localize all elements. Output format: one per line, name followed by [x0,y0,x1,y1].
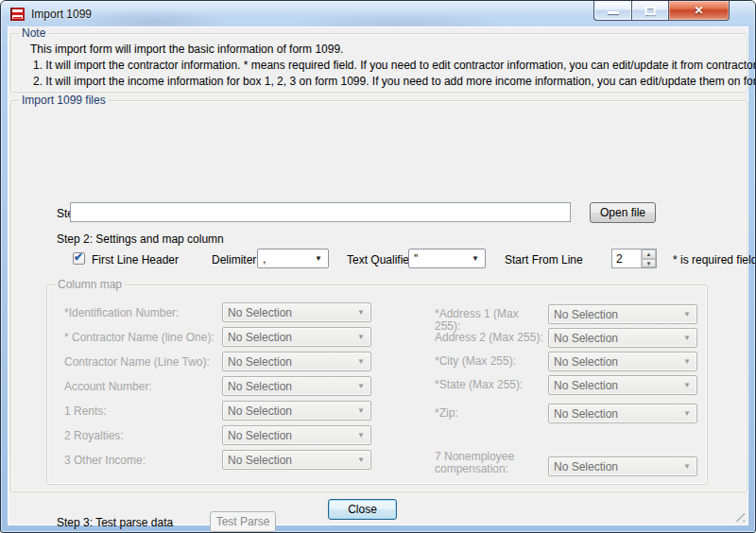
delimiter-select[interactable]: , ▼ [257,249,329,268]
column-map-row: Contractor Name (Line Two): No Selection… [47,352,707,371]
close-window-button[interactable]: ✕ [669,1,730,21]
zip-select: No Selection ▼ [548,404,697,423]
field-label: * Contractor Name (line One): [64,331,215,344]
first-line-header-checkbox[interactable]: ✔ [73,252,85,265]
open-file-button[interactable]: Open file [590,202,656,223]
contractor-name-1-select: No Selection ▼ [222,327,371,347]
close-button[interactable]: Close [328,499,397,520]
column-map-group: Column map *Identification Number: No Se… [46,284,708,485]
step2-label: Step 2: Settings and map column [57,232,224,246]
column-map-group-title: Column map [55,278,125,291]
field-label: *State (Max 255): [435,379,546,391]
minimize-icon [608,11,619,14]
note-group-title: Note [19,26,48,40]
field-label: *Zip: [435,407,546,420]
dialog-body: Note This import form will import the ba… [8,26,748,525]
chevron-down-icon: ▼ [315,255,322,263]
column-map-row: * Contractor Name (line One): No Selecti… [47,327,707,347]
check-icon: ✔ [74,250,83,264]
royalties-select: No Selection ▼ [222,425,371,445]
start-from-line-value: 2 [616,252,623,266]
titlebar[interactable]: Import 1099 ✕ [1,1,755,26]
spin-down-icon[interactable]: ▼ [642,259,656,268]
chevron-down-icon: ▼ [683,311,691,318]
address2-select: No Selection ▼ [548,328,697,348]
step3-label: Step 3: Test parse data [57,516,173,529]
maximize-icon [645,7,656,15]
window-title: Import 1099 [31,8,92,21]
delimiter-label: Delimiter [212,253,256,266]
chevron-down-icon: ▼ [357,407,365,415]
rents-select: No Selection ▼ [222,401,371,421]
column-map-row: *Identification Number: No Selection ▼ *… [47,302,707,322]
start-from-line-label: Start From Line [505,253,583,266]
chevron-down-icon: ▼ [683,410,691,418]
field-label: 2 Royalties: [64,429,124,442]
chevron-down-icon: ▼ [357,309,365,317]
app-icon [10,7,26,22]
import-1099-window: Import 1099 ✕ Note This import form will… [0,0,756,533]
note-line-1: This import form will import the basic i… [30,43,343,56]
field-label: 1 Rents: [64,404,107,418]
chevron-down-icon: ▼ [357,358,365,366]
resize-grip[interactable] [734,511,745,522]
maximize-button[interactable] [631,1,669,21]
start-from-line-stepper[interactable]: 2 ▲ ▼ [611,249,657,268]
chevron-down-icon: ▼ [357,456,365,464]
chevron-down-icon: ▼ [683,358,691,366]
contractor-name-2-select: No Selection ▼ [222,352,371,371]
city-select: No Selection ▼ [548,352,697,371]
first-line-header-label: First Line Header [92,253,179,266]
column-map-row: 2 Royalties: No Selection ▼ 7 Nonemploye… [47,425,707,445]
import-files-group: Import 1099 files Step 1: Open file Step… [10,100,747,492]
column-map-row: 3 Other Income: No Selection ▼ [47,450,707,470]
file-path-input[interactable] [70,202,571,222]
field-label: Account Number: [64,380,152,393]
text-qualifier-label: Text Qualifier [347,253,413,266]
chevron-down-icon: ▼ [357,432,365,439]
chevron-down-icon: ▼ [683,382,691,389]
test-parse-button: Test Parse [210,511,276,532]
chevron-down-icon: ▼ [683,335,691,342]
field-label: Contractor Name (Line Two): [64,355,210,369]
note-line-2: 1. It will import the contractor informa… [33,59,756,72]
identification-number-select: No Selection ▼ [222,302,371,322]
text-qualifier-select[interactable]: " ▼ [408,249,486,268]
close-icon: ✕ [669,4,729,17]
spin-up-icon[interactable]: ▲ [642,249,656,259]
column-map-row: 1 Rents: No Selection ▼ *Zip: No Selecti… [47,401,707,421]
field-label: *Identification Number: [64,306,179,319]
column-map-row: Account Number: No Selection ▼ *State (M… [47,376,707,396]
chevron-down-icon: ▼ [472,255,479,263]
chevron-down-icon: ▼ [357,334,365,341]
note-group: Note This import form will import the ba… [10,33,747,93]
required-field-note: * is required field. [673,253,756,266]
import-files-group-title: Import 1099 files [19,94,109,107]
field-label: Address 2 (Max 255): [435,332,546,344]
state-select: No Selection ▼ [548,375,697,395]
field-label: 3 Other Income: [64,454,146,467]
account-number-select: No Selection ▼ [222,376,371,396]
note-line-3: 2. It will import the income information… [33,75,756,88]
minimize-button[interactable] [593,1,631,21]
other-income-select: No Selection ▼ [222,450,371,470]
field-label: *City (Max 255): [435,355,546,368]
address1-select: No Selection ▼ [548,304,697,324]
chevron-down-icon: ▼ [357,383,365,390]
window-controls: ✕ [593,1,730,21]
